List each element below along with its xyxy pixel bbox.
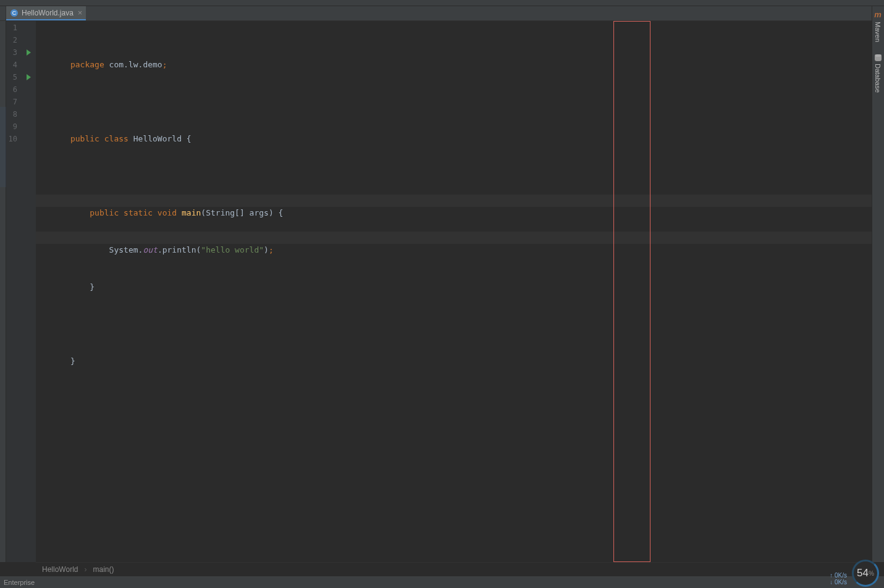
breadcrumb-class[interactable]: HelloWorld	[42, 565, 78, 574]
line-number: 4	[6, 61, 20, 69]
maven-tool-tab[interactable]: Maven	[872, 6, 883, 46]
line-number: 3	[6, 48, 20, 57]
net-up: ↑ 0K/s	[830, 572, 847, 579]
breadcrumb-method[interactable]: main()	[93, 565, 114, 574]
code-editor[interactable]: package com.lw.demo; public class HelloW…	[36, 21, 872, 562]
line-number: 8	[6, 110, 20, 119]
run-gutter-icon[interactable]	[27, 74, 31, 80]
net-down: ↓ 0K/s	[830, 579, 847, 586]
database-tool-tab[interactable]: Database	[872, 51, 883, 96]
code-line	[36, 158, 872, 170]
perf-value: 54	[857, 567, 869, 579]
line-number: 1	[6, 23, 20, 32]
tab-filename: HelloWorld.java	[22, 9, 74, 17]
code-line: }	[36, 269, 872, 281]
java-class-icon: C	[10, 9, 19, 17]
status-bar: Enterprise	[0, 576, 884, 588]
line-number: 5	[6, 73, 20, 82]
change-marker	[0, 107, 6, 187]
close-icon[interactable]: ×	[78, 9, 83, 17]
left-tool-strip	[0, 21, 6, 562]
code-line-current: System.out.println("hello world");	[36, 232, 872, 244]
code-line: public class HelloWorld {	[36, 120, 872, 133]
line-number: 2	[6, 36, 20, 44]
code-line: package com.lw.demo;	[36, 46, 872, 59]
chevron-right-icon: ›	[84, 565, 86, 574]
code-line	[36, 306, 872, 318]
code-line: }	[36, 343, 872, 355]
performance-widget[interactable]: 54%	[852, 560, 879, 587]
network-speed-widget: ↑ 0K/s ↓ 0K/s	[830, 572, 847, 586]
code-line	[36, 83, 872, 96]
top-toolbar-stub	[0, 0, 884, 6]
code-line: public static void main(String[] args) {	[36, 195, 872, 207]
code-line	[36, 380, 872, 392]
line-number: 7	[6, 98, 20, 106]
right-tool-window-bar: Maven Database	[872, 6, 884, 562]
right-margin-highlight	[613, 21, 650, 562]
editor-area: 1 2 3 4 5 6 7 8 9 10 package com.lw.demo…	[0, 21, 884, 562]
left-tool-stub	[0, 6, 6, 20]
run-gutter-icon[interactable]	[27, 49, 31, 56]
line-number: 9	[6, 122, 20, 131]
editor-tab-bar: C HelloWorld.java ×	[0, 6, 884, 21]
perf-unit: %	[869, 570, 874, 577]
line-number: 10	[6, 135, 20, 143]
gutter: 1 2 3 4 5 6 7 8 9 10	[6, 21, 36, 562]
line-number: 6	[6, 85, 20, 94]
status-left[interactable]: Enterprise	[4, 579, 35, 586]
breadcrumb-bar: HelloWorld › main()	[36, 562, 872, 576]
svg-text:C: C	[12, 10, 17, 16]
file-tab[interactable]: C HelloWorld.java ×	[6, 6, 86, 20]
